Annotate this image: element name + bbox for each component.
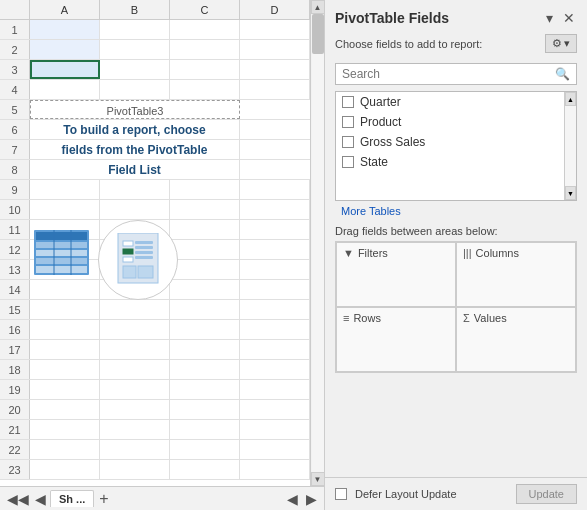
cell[interactable] bbox=[100, 400, 170, 419]
cell[interactable] bbox=[240, 440, 310, 459]
cell[interactable] bbox=[170, 300, 240, 319]
cell[interactable] bbox=[240, 280, 310, 299]
tab-nav-first[interactable]: ◀◀ bbox=[4, 491, 32, 507]
cell[interactable] bbox=[170, 360, 240, 379]
fields-scroll-up[interactable]: ▲ bbox=[565, 92, 576, 106]
filters-area[interactable]: ▼ Filters bbox=[336, 242, 456, 307]
cell[interactable] bbox=[100, 440, 170, 459]
cell[interactable] bbox=[240, 260, 310, 279]
cell[interactable] bbox=[30, 220, 100, 239]
cell[interactable] bbox=[100, 360, 170, 379]
cell[interactable] bbox=[100, 320, 170, 339]
cell[interactable] bbox=[170, 380, 240, 399]
cell[interactable] bbox=[100, 420, 170, 439]
cell[interactable] bbox=[100, 180, 170, 199]
list-item[interactable]: State bbox=[336, 152, 576, 172]
cell[interactable] bbox=[30, 180, 100, 199]
cell[interactable] bbox=[30, 420, 100, 439]
cell[interactable] bbox=[240, 400, 310, 419]
panel-close-button[interactable]: ✕ bbox=[561, 8, 577, 28]
cell[interactable] bbox=[30, 460, 100, 479]
cell[interactable] bbox=[240, 20, 310, 39]
cell[interactable] bbox=[170, 80, 240, 99]
cell[interactable] bbox=[30, 40, 100, 59]
field-checkbox-quarter[interactable] bbox=[342, 96, 354, 108]
cell[interactable] bbox=[240, 80, 310, 99]
cell-selected[interactable] bbox=[30, 60, 100, 79]
cell[interactable] bbox=[100, 260, 170, 279]
scroll-up-button[interactable]: ▲ bbox=[311, 0, 325, 14]
field-checkbox-gross-sales[interactable] bbox=[342, 136, 354, 148]
cell[interactable] bbox=[100, 240, 170, 259]
cell[interactable] bbox=[30, 380, 100, 399]
fields-scroll-down[interactable]: ▼ bbox=[565, 186, 576, 200]
sheet-tab-active[interactable]: Sh ... bbox=[50, 490, 94, 507]
cell[interactable] bbox=[100, 80, 170, 99]
cell[interactable] bbox=[30, 300, 100, 319]
field-checkbox-state[interactable] bbox=[342, 156, 354, 168]
gear-button[interactable]: ⚙ ▾ bbox=[545, 34, 577, 53]
cell[interactable] bbox=[100, 460, 170, 479]
cell[interactable] bbox=[100, 40, 170, 59]
search-input[interactable] bbox=[336, 64, 549, 84]
panel-dropdown-icon[interactable]: ▾ bbox=[544, 8, 555, 28]
cell[interactable] bbox=[170, 20, 240, 39]
cell[interactable] bbox=[30, 340, 100, 359]
cell[interactable] bbox=[30, 280, 100, 299]
list-item[interactable]: Quarter bbox=[336, 92, 576, 112]
cell[interactable] bbox=[30, 20, 100, 39]
cell[interactable] bbox=[240, 200, 310, 219]
cell[interactable] bbox=[170, 180, 240, 199]
cell[interactable] bbox=[240, 380, 310, 399]
cell[interactable] bbox=[240, 320, 310, 339]
add-sheet-button[interactable]: + bbox=[95, 490, 112, 508]
cell[interactable] bbox=[240, 360, 310, 379]
update-button[interactable]: Update bbox=[516, 484, 577, 504]
more-tables-link[interactable]: More Tables bbox=[325, 203, 587, 219]
values-area[interactable]: Σ Values bbox=[456, 307, 576, 372]
cell[interactable] bbox=[30, 320, 100, 339]
col-header-c[interactable]: C bbox=[170, 0, 240, 19]
cell[interactable] bbox=[170, 340, 240, 359]
cell[interactable] bbox=[100, 300, 170, 319]
cell[interactable]: Field List bbox=[30, 160, 240, 179]
cell[interactable] bbox=[170, 400, 240, 419]
field-checkbox-product[interactable] bbox=[342, 116, 354, 128]
cell[interactable] bbox=[240, 220, 310, 239]
cell[interactable] bbox=[170, 40, 240, 59]
cell[interactable] bbox=[30, 260, 100, 279]
vertical-scrollbar[interactable]: ▲ ▼ bbox=[310, 0, 324, 486]
rows-area[interactable]: ≡ Rows bbox=[336, 307, 456, 372]
cell[interactable] bbox=[240, 300, 310, 319]
col-header-b[interactable]: B bbox=[100, 0, 170, 19]
cell[interactable]: To build a report, choose bbox=[30, 120, 240, 139]
cell[interactable] bbox=[240, 420, 310, 439]
cell[interactable] bbox=[170, 60, 240, 79]
cell[interactable] bbox=[100, 340, 170, 359]
cell[interactable] bbox=[170, 420, 240, 439]
scroll-thumb[interactable] bbox=[312, 14, 324, 54]
cell[interactable] bbox=[240, 240, 310, 259]
cell[interactable] bbox=[100, 60, 170, 79]
list-item[interactable]: Gross Sales bbox=[336, 132, 576, 152]
col-header-a[interactable]: A bbox=[30, 0, 100, 19]
cell[interactable] bbox=[170, 220, 240, 239]
columns-area[interactable]: ||| Columns bbox=[456, 242, 576, 307]
tab-nav-right1[interactable]: ◀ bbox=[284, 491, 301, 507]
cell[interactable] bbox=[100, 20, 170, 39]
cell[interactable] bbox=[100, 220, 170, 239]
cell[interactable] bbox=[30, 440, 100, 459]
cell[interactable] bbox=[30, 240, 100, 259]
cell[interactable] bbox=[100, 280, 170, 299]
fields-scrollbar[interactable]: ▲ ▼ bbox=[564, 92, 576, 200]
cell[interactable] bbox=[170, 280, 240, 299]
cell[interactable] bbox=[170, 440, 240, 459]
cell[interactable] bbox=[240, 340, 310, 359]
tab-nav-prev[interactable]: ◀ bbox=[32, 491, 49, 507]
cell[interactable]: PivotTable3 bbox=[30, 100, 240, 119]
cell[interactable] bbox=[30, 360, 100, 379]
cell[interactable] bbox=[170, 460, 240, 479]
cell[interactable] bbox=[30, 400, 100, 419]
cell[interactable] bbox=[240, 180, 310, 199]
cell[interactable]: fields from the PivotTable bbox=[30, 140, 240, 159]
